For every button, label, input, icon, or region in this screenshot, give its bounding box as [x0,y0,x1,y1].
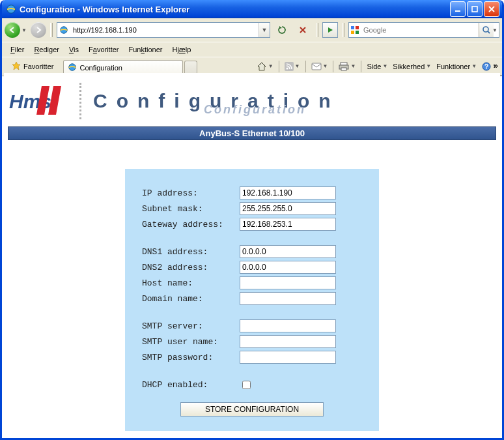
search-box[interactable]: ▼ [348,22,499,38]
favorites-label: Favoritter [23,63,53,70]
overflow-chevron-icon[interactable]: » [494,61,498,70]
back-button[interactable] [5,22,20,38]
domain-input[interactable] [240,292,336,305]
menu-help[interactable]: Hjælp [168,44,196,55]
star-icon [12,61,21,72]
host-label: Host name: [142,278,240,288]
safety-menu-label: Sikkerhed [393,63,425,70]
menu-bar: FFileriler Rediger Vis Favoritter Funkti… [2,42,502,57]
titlebar: Configuration - Windows Internet Explore… [2,0,502,18]
window-title: Configuration - Windows Internet Explore… [20,5,450,14]
dhcp-label: DHCP enabled: [142,380,240,390]
svg-point-11 [286,67,288,69]
menu-tools[interactable]: Funktioner [124,44,167,55]
mail-button[interactable]: ▼ [309,61,330,72]
brand-row: Hms Configuration Configuration [4,73,500,123]
gateway-label: Gateway address: [142,220,240,229]
dns1-label: DNS1 address: [142,247,240,257]
config-form: IP address: Subnet mask: Gateway address… [125,169,379,431]
smtp-server-label: SMTP server: [142,321,240,331]
svg-point-8 [483,27,488,32]
smtp-pass-label: SMTP password: [142,353,240,362]
subnet-label: Subnet mask: [142,204,240,214]
go-button[interactable] [322,22,338,38]
ie-icon [6,4,16,14]
page-heading: Configuration Configuration [93,90,495,112]
tools-menu-label: Funktioner [436,63,470,70]
smtp-server-input[interactable] [240,319,336,332]
page-menu[interactable]: Side ▼ [365,61,389,72]
store-configuration-button[interactable]: STORE CONFIGURATION [180,402,324,417]
page-content: Hms Configuration Configuration AnyBus-S… [4,73,500,436]
address-bar[interactable]: ▼ [57,22,270,38]
gateway-input[interactable] [240,218,336,231]
section-band: AnyBus-S Ethernet 10/100 [8,126,496,140]
tools-menu[interactable]: Funktioner ▼ [434,61,479,72]
svg-rect-1 [455,10,460,12]
svg-rect-13 [341,63,347,65]
svg-rect-15 [341,68,346,70]
hms-logo: Hms [9,82,68,120]
dns1-input[interactable] [240,245,336,258]
page-icon [57,25,70,35]
maximize-button[interactable] [467,1,483,17]
page-subtitle: Configuration [204,103,306,117]
refresh-button[interactable] [273,22,291,38]
svg-rect-7 [356,31,359,34]
dhcp-checkbox[interactable] [242,381,251,389]
address-input[interactable] [70,26,259,34]
ie-icon [68,63,77,73]
feeds-button[interactable]: ▼ [283,61,302,72]
menu-file[interactable]: FFileriler [6,44,29,55]
menu-edit[interactable]: Rediger [29,44,64,55]
svg-rect-2 [472,7,477,12]
print-button[interactable]: ▼ [337,61,357,72]
minimize-button[interactable] [450,1,466,17]
smtp-pass-input[interactable] [240,351,336,364]
nav-row: ▼ ▼ [2,18,502,42]
menu-view[interactable]: Vis [64,44,83,55]
safety-menu[interactable]: Sikkerhed ▼ [391,61,433,72]
stop-button[interactable] [294,22,312,38]
close-button[interactable] [484,1,499,17]
divider [79,83,81,119]
svg-rect-5 [356,26,359,29]
host-input[interactable] [240,276,336,289]
menu-favorites[interactable]: Favoritter [84,44,123,55]
smtp-user-input[interactable] [240,335,336,348]
google-icon [349,25,361,35]
forward-button[interactable] [31,22,46,38]
subnet-input[interactable] [240,202,336,215]
u: F [10,46,15,53]
dns2-input[interactable] [240,261,336,274]
svg-text:?: ? [484,63,488,70]
band-text: AnyBus-S Ethernet 10/100 [199,128,305,138]
dns2-label: DNS2 address: [142,263,240,272]
home-button[interactable]: ▼ [255,60,275,73]
ip-input[interactable] [240,186,336,199]
domain-label: Domain name: [142,294,240,304]
search-input[interactable] [361,26,479,34]
svg-rect-12 [312,63,321,70]
search-go-button[interactable] [479,23,494,37]
ip-label: IP address: [142,188,240,198]
svg-rect-6 [351,31,354,34]
browser-window: Configuration - Windows Internet Explore… [0,0,504,440]
page-menu-label: Side [367,63,381,70]
favorites-bar-button[interactable]: Favoritter [6,59,59,74]
smtp-user-label: SMTP user name: [142,337,240,347]
address-dropdown[interactable]: ▼ [259,23,270,37]
back-history-dropdown[interactable]: ▼ [21,27,27,33]
svg-rect-4 [351,26,354,29]
search-provider-dropdown[interactable]: ▼ [492,27,497,33]
tab-title: Configuration [79,64,122,72]
